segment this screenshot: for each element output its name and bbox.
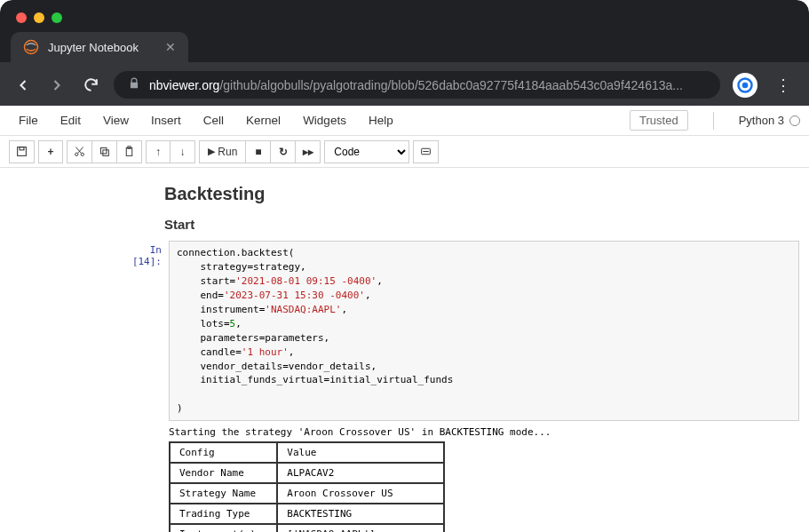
menu-help[interactable]: Help [359, 110, 403, 131]
move-up-button[interactable]: ↑ [146, 140, 171, 163]
svg-point-2 [742, 82, 749, 88]
save-button[interactable] [9, 140, 35, 163]
menu-view[interactable]: View [93, 110, 139, 131]
paste-button[interactable] [117, 140, 142, 163]
svg-rect-4 [20, 147, 24, 150]
move-down-button[interactable]: ↓ [171, 140, 195, 163]
svg-rect-3 [18, 147, 27, 156]
insert-cell-button[interactable]: + [38, 140, 63, 163]
table-row: Instrument(s)['NASDAQ:AAPL'] [170, 524, 444, 532]
svg-rect-9 [126, 147, 132, 155]
command-palette-button[interactable] [413, 140, 439, 163]
tab-bar: Jupyter Notebook ✕ [0, 23, 809, 62]
window-minimize-button[interactable] [34, 12, 44, 23]
run-button[interactable]: ▶ Run [199, 140, 246, 163]
svg-point-5 [75, 153, 78, 155]
browser-tab[interactable]: Jupyter Notebook ✕ [11, 32, 188, 62]
stop-button[interactable]: ■ [246, 140, 271, 163]
browser-menu-button[interactable]: ⋮ [770, 75, 797, 95]
table-row: Vendor NameALPACAV2 [170, 463, 444, 483]
notebook: File Edit View Insert Cell Kernel Widget… [0, 106, 809, 532]
kernel-name[interactable]: Python 3 [739, 114, 800, 127]
menu-bar: File Edit View Insert Cell Kernel Widget… [0, 106, 809, 136]
menu-file[interactable]: File [9, 110, 48, 131]
url-text: nbviewer.org/github/algobulls/pyalgotrad… [149, 78, 683, 92]
address-bar: nbviewer.org/github/algobulls/pyalgotrad… [0, 62, 809, 107]
restart-button[interactable]: ↻ [271, 140, 296, 163]
cell-type-select[interactable]: Code [324, 140, 409, 163]
lock-icon [128, 77, 140, 92]
tab-title: Jupyter Notebook [48, 41, 139, 54]
section-subheading: Start [164, 217, 799, 232]
menu-edit[interactable]: Edit [51, 110, 91, 131]
output-text: Starting the strategy 'Aroon Crossover U… [169, 426, 799, 438]
input-prompt: In [14]: [115, 241, 169, 421]
table-row: Trading TypeBACKTESTING [170, 504, 444, 524]
svg-rect-8 [103, 150, 109, 156]
menu-insert[interactable]: Insert [141, 110, 191, 131]
svg-point-0 [25, 41, 38, 54]
notebook-content: Backtesting Start In [14]: connection.ba… [0, 168, 809, 532]
code-cell[interactable]: In [14]: connection.backtest( strategy=s… [115, 241, 799, 421]
run-all-button[interactable]: ▸▸ [296, 140, 321, 163]
table-row: Strategy NameAroon Crossover US [170, 483, 444, 504]
config-table: ConfigValue Vendor NameALPACAV2 Strategy… [169, 441, 445, 532]
browser-chrome: Jupyter Notebook ✕ nbviewer.org/github/a… [0, 0, 809, 106]
profile-avatar[interactable] [733, 73, 757, 98]
close-icon[interactable]: ✕ [165, 40, 176, 54]
nav-back-button[interactable] [12, 75, 34, 96]
svg-rect-7 [100, 147, 107, 154]
trusted-indicator[interactable]: Trusted [630, 110, 688, 131]
svg-point-6 [81, 153, 83, 155]
section-heading: Backtesting [164, 184, 799, 204]
omnibox[interactable]: nbviewer.org/github/algobulls/pyalgotrad… [114, 71, 720, 99]
menu-cell[interactable]: Cell [194, 110, 234, 131]
divider [713, 112, 714, 130]
kernel-indicator-icon [789, 115, 800, 126]
copy-button[interactable] [92, 140, 117, 163]
code-input[interactable]: connection.backtest( strategy=strategy, … [169, 241, 799, 421]
window-close-button[interactable] [16, 12, 27, 23]
menu-widgets[interactable]: Widgets [293, 110, 356, 131]
cut-button[interactable] [67, 140, 92, 163]
cell-output: Starting the strategy 'Aroon Crossover U… [169, 421, 799, 532]
traffic-lights [0, 0, 809, 23]
menu-kernel[interactable]: Kernel [236, 110, 290, 131]
toolbar: + ↑ ↓ ▶ Run ■ ↻ ▸▸ Code [0, 136, 809, 168]
nav-forward-button[interactable] [46, 75, 67, 96]
nav-reload-button[interactable] [80, 75, 101, 96]
jupyter-icon [23, 39, 39, 55]
window-maximize-button[interactable] [52, 12, 62, 23]
table-header-row: ConfigValue [170, 442, 444, 463]
